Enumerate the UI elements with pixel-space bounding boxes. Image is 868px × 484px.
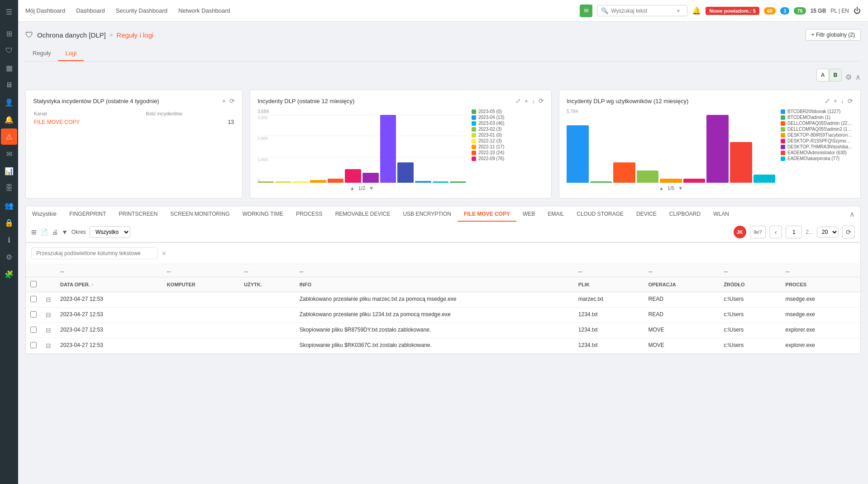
search-input[interactable] xyxy=(611,8,674,14)
th-process[interactable]: PROCES xyxy=(781,277,860,292)
log-tab-working-time[interactable]: WORKING TIME xyxy=(236,207,289,222)
notification-icon[interactable]: 🔔 xyxy=(692,6,701,15)
chart3-download-icon[interactable]: ↓ xyxy=(841,97,844,104)
period-select[interactable]: Wszystko xyxy=(90,226,130,238)
shield-sidebar-icon[interactable]: 🛡 xyxy=(1,43,17,59)
chart3-add-icon[interactable]: + xyxy=(834,97,837,104)
view-btn-a[interactable]: A xyxy=(816,69,829,81)
th-operation[interactable]: OPERACJA xyxy=(644,277,720,292)
grid-sidebar-icon[interactable]: ▦ xyxy=(1,60,17,76)
prev-page-button[interactable]: ‹ xyxy=(769,226,782,238)
chart-sidebar-icon[interactable]: 📊 xyxy=(1,163,17,179)
power-icon[interactable]: ⏻ xyxy=(854,7,861,15)
per-page-select[interactable]: 20 xyxy=(817,227,839,237)
th-computer[interactable]: KOMPUTER xyxy=(162,277,239,292)
log-tab-process[interactable]: PROCESS xyxy=(290,207,329,222)
log-tab-web[interactable]: WEB xyxy=(516,207,541,222)
alert-sidebar-icon[interactable]: ⚠ xyxy=(1,128,17,145)
columns-icon[interactable]: ⊞ xyxy=(31,228,37,236)
gear-icon[interactable]: ⚙ xyxy=(845,73,852,81)
lock-sidebar-icon[interactable]: 🔒 xyxy=(1,214,17,231)
new-messages-badge[interactable]: Nowe powiadom.: 5 xyxy=(706,7,759,15)
log-tab-removable-device[interactable]: REMOVABLE DEVICE xyxy=(329,207,397,222)
select-all-checkbox[interactable] xyxy=(30,281,37,287)
mail-sidebar-icon[interactable]: ✉ xyxy=(1,146,17,162)
log-tabs-collapse[interactable]: ∧ xyxy=(844,206,860,222)
row-checkbox-3[interactable] xyxy=(30,342,37,348)
log-tab-usb-encryption[interactable]: USB ENCRYPTION xyxy=(396,207,457,222)
tab-reguly[interactable]: Reguły xyxy=(25,46,58,61)
users-sidebar-icon[interactable]: 👥 xyxy=(1,197,17,214)
global-filter-button[interactable]: + Filtr globalny (2) xyxy=(806,29,861,41)
log-tab-wlan[interactable]: WLAN xyxy=(707,207,735,222)
settings-sidebar-icon[interactable]: ⚙ xyxy=(1,249,17,265)
chart2-add-icon[interactable]: + xyxy=(525,97,528,104)
log-tab-file-move-copy[interactable]: FILE MOVE COPY xyxy=(458,207,516,222)
menu-icon[interactable]: ☰ xyxy=(1,4,17,20)
row-checkbox-2[interactable] xyxy=(30,327,37,333)
row-expand-icon-0[interactable]: ⊟ xyxy=(46,296,51,303)
log-tab-cloud-storage[interactable]: CLOUD STORAGE xyxy=(570,207,630,222)
chart3-next-icon[interactable]: ▼ xyxy=(678,185,683,191)
home-icon[interactable]: ⊞ xyxy=(1,25,17,42)
topnav-network-dashboard[interactable]: Network Dashboard xyxy=(178,7,230,14)
channel-link[interactable]: FILE MOVE COPY xyxy=(34,118,145,126)
log-tab-clipboard[interactable]: CLIPBOARD xyxy=(663,207,707,222)
row-expand-icon-3[interactable]: ⊟ xyxy=(46,342,51,349)
chart3-expand-icon[interactable]: ⤢ xyxy=(825,97,830,104)
log-tab-wszystkie[interactable]: Wszystkie xyxy=(26,207,63,222)
th-file[interactable]: PLIK xyxy=(574,277,644,292)
log-tab-device[interactable]: DEVICE xyxy=(630,207,663,222)
bell-sidebar-icon[interactable]: 🔔 xyxy=(1,111,17,128)
th-source[interactable]: ŹRÓDŁO xyxy=(719,277,781,292)
person-sidebar-icon[interactable]: 👤 xyxy=(1,94,17,110)
chart2-expand-icon[interactable]: ⤢ xyxy=(515,97,521,104)
topnav-my-dashboard[interactable]: Mój Dashboard xyxy=(25,7,65,14)
table-row: ⊟ 2023-04-27 12:53 Zablokowano przesłani… xyxy=(26,292,860,308)
log-tab-printscreen[interactable]: PRINTSCREEN xyxy=(112,207,164,222)
topnav-dashboard[interactable]: Dashboard xyxy=(76,7,105,14)
search-box[interactable]: 🔍 ▾ xyxy=(597,5,687,16)
monitor-sidebar-icon[interactable]: 🖥 xyxy=(1,77,17,93)
print-icon[interactable]: 🖨 xyxy=(52,228,58,236)
chart2-download-icon[interactable]: ↓ xyxy=(532,97,535,104)
chart2-next-icon[interactable]: ▼ xyxy=(369,185,374,191)
ile-button[interactable]: Ile? xyxy=(750,226,766,238)
chart2-refresh-icon[interactable]: ⟳ xyxy=(539,97,544,104)
collapse-icon[interactable]: ∧ xyxy=(855,73,861,81)
log-tab-email[interactable]: EMAIL xyxy=(541,207,570,222)
page-input[interactable] xyxy=(786,226,802,238)
chart1-refresh-icon[interactable]: ⟳ xyxy=(229,97,235,104)
row-checkbox-1[interactable] xyxy=(30,311,37,318)
view-btn-b[interactable]: B xyxy=(829,69,842,81)
chart1-add-icon[interactable]: + xyxy=(222,97,226,104)
refresh-table-button[interactable]: ⟳ xyxy=(842,226,855,238)
lang-info[interactable]: PL | EN xyxy=(830,8,849,14)
search-dropdown-icon[interactable]: ▾ xyxy=(677,8,680,14)
th-info[interactable]: INFO xyxy=(295,277,574,292)
th-user[interactable]: UŻYTK. xyxy=(239,277,295,292)
log-tab-screen-monitoring[interactable]: SCREEN MONITORING xyxy=(164,207,236,222)
channel-count: 13 xyxy=(146,118,234,126)
topnav-security-dashboard[interactable]: Security Dashboard xyxy=(116,7,167,14)
chart3-prev-icon[interactable]: ▲ xyxy=(659,185,664,191)
cell-source-3: c:\Users xyxy=(719,338,781,354)
column-search-input[interactable] xyxy=(31,247,158,259)
info-sidebar-icon[interactable]: ℹ xyxy=(1,232,17,248)
chart2-prev-icon[interactable]: ▲ xyxy=(350,185,355,191)
server-sidebar-icon[interactable]: 🗄 xyxy=(1,180,17,196)
row-expand-icon-2[interactable]: ⊟ xyxy=(46,327,51,334)
th-date[interactable]: DATA OPER. ↑ xyxy=(56,277,162,292)
log-tab-fingerprint[interactable]: FINGERPRINT xyxy=(63,207,112,222)
chart3-refresh-icon[interactable]: ⟳ xyxy=(848,97,853,104)
clear-search-icon[interactable]: ✕ xyxy=(162,250,167,257)
tab-logi[interactable]: Logi xyxy=(58,46,84,61)
row-checkbox-0[interactable] xyxy=(30,296,37,302)
breadcrumb-parent[interactable]: Ochrona danych [DLP] xyxy=(37,31,106,39)
row-expand-icon-1[interactable]: ⊟ xyxy=(46,311,51,318)
filter-icon[interactable]: ▼ xyxy=(62,228,68,236)
email-icon[interactable]: ✉ xyxy=(580,5,592,17)
collapse-logs-icon[interactable]: ∧ xyxy=(849,210,855,218)
puzzle-sidebar-icon[interactable]: 🧩 xyxy=(1,266,17,282)
export-icon[interactable]: 📄 xyxy=(40,228,48,236)
